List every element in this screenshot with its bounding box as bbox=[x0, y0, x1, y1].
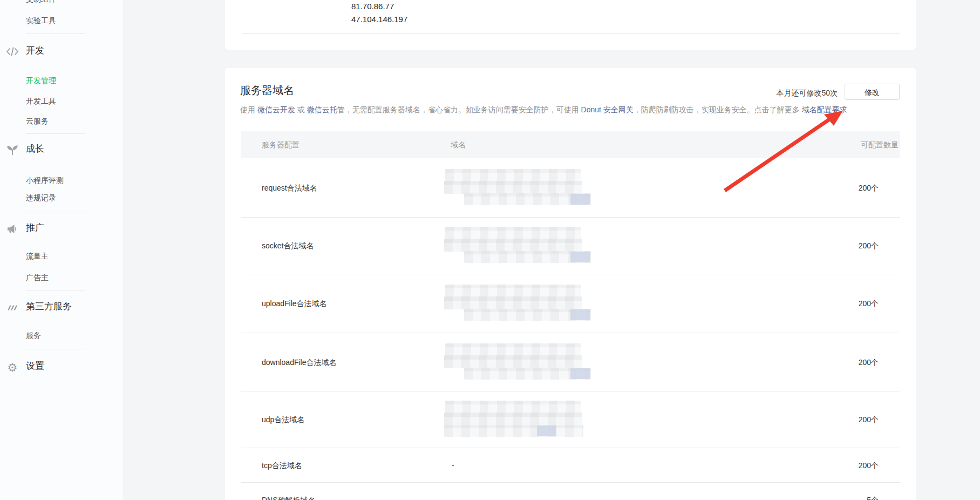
row-count-value: 200个 bbox=[859, 298, 879, 309]
sidebar-item-违规记录[interactable]: 违规记录 bbox=[26, 192, 56, 203]
table-row-DNS预解析域名: DNS预解析域名5个 bbox=[241, 483, 900, 500]
link-Donut 安全网关[interactable]: Donut 安全网关 bbox=[581, 105, 634, 114]
sidebar-divider bbox=[26, 33, 85, 34]
sidebar-divider bbox=[26, 133, 85, 134]
sidebar: 交易组件实验工具开发开发管理开发工具云服务成长小程序评测违规记录推广流量主广告主… bbox=[0, 0, 123, 500]
row-config-label: tcp合法域名 bbox=[262, 460, 302, 471]
description-text: 或 bbox=[295, 105, 307, 114]
row-count-value: 200个 bbox=[859, 183, 879, 193]
divider bbox=[242, 33, 900, 34]
description-text: 使用 bbox=[240, 105, 257, 114]
sidebar-section-成长[interactable]: 成长 bbox=[26, 143, 44, 156]
sidebar-section-设置[interactable]: 设置 bbox=[26, 360, 44, 373]
row-config-label: request合法域名 bbox=[262, 183, 317, 193]
table-row-downloadFile合法域名: downloadFile合法域名200个 bbox=[241, 333, 900, 391]
description-line: 使用 微信云开发 或 微信云托管，无需配置服务器域名，省心省力。如业务访问需要安… bbox=[240, 104, 847, 115]
modify-button[interactable]: 修改 bbox=[845, 84, 900, 100]
sidebar-divider bbox=[26, 212, 85, 212]
sidebar-divider bbox=[26, 349, 85, 349]
row-count-value: 5个 bbox=[867, 495, 879, 500]
sidebar-item-服务[interactable]: 服务 bbox=[26, 330, 41, 341]
ip-address: 81.70.86.77 bbox=[351, 0, 407, 13]
sidebar-item-交易组件[interactable]: 交易组件 bbox=[26, 0, 56, 4]
blurred-domain-list bbox=[444, 401, 591, 438]
row-count-value: 200个 bbox=[859, 240, 879, 251]
column-header-domain: 域名 bbox=[451, 131, 466, 158]
ip-list: 81.70.86.77 47.104.146.197 bbox=[351, 0, 407, 26]
sidebar-section-开发[interactable]: 开发 bbox=[26, 44, 44, 57]
quota-text: 本月还可修改50次 bbox=[776, 87, 838, 98]
sidebar-section-第三方服务[interactable]: 第三方服务 bbox=[26, 300, 72, 313]
row-config-label: udp合法域名 bbox=[262, 414, 304, 425]
description-text: ，防爬防刷防攻击，实现业务安全。点击了解更多 bbox=[634, 105, 802, 114]
row-count-value: 200个 bbox=[859, 460, 879, 471]
row-config-label: DNS预解析域名 bbox=[262, 495, 316, 500]
third-party-icon bbox=[6, 301, 19, 314]
sidebar-item-开发管理[interactable]: 开发管理 bbox=[26, 75, 56, 86]
row-config-label: downloadFile合法域名 bbox=[262, 357, 337, 368]
domain-empty-dash: - bbox=[452, 461, 454, 470]
table-body: request合法域名200个socket合法域名200个uploadFile合… bbox=[241, 158, 900, 500]
blurred-domain-list bbox=[444, 343, 591, 381]
link-微信云开发[interactable]: 微信云开发 bbox=[257, 105, 295, 114]
sidebar-item-实验工具[interactable]: 实验工具 bbox=[26, 15, 56, 26]
link-微信云托管[interactable]: 微信云托管 bbox=[307, 105, 345, 114]
sidebar-item-广告主[interactable]: 广告主 bbox=[26, 272, 49, 283]
ip-card: 81.70.86.77 47.104.146.197 bbox=[225, 0, 916, 50]
sidebar-item-开发工具[interactable]: 开发工具 bbox=[26, 96, 56, 106]
sidebar-item-小程序评测[interactable]: 小程序评测 bbox=[26, 175, 64, 186]
sidebar-section-推广[interactable]: 推广 bbox=[26, 221, 44, 234]
row-count-value: 200个 bbox=[859, 414, 879, 425]
table-row-udp合法域名: udp合法域名200个 bbox=[241, 391, 900, 448]
row-config-label: socket合法域名 bbox=[262, 240, 314, 251]
blurred-domain-list bbox=[444, 227, 591, 265]
link-域名配置要求[interactable]: 域名配置要求 bbox=[802, 105, 847, 114]
sidebar-item-云服务[interactable]: 云服务 bbox=[26, 116, 49, 126]
gear-icon: ⚙ bbox=[6, 361, 19, 374]
ip-address: 47.104.146.197 bbox=[351, 13, 407, 26]
description-text: ，无需配置服务器域名，省心省力。如业务访问需要安全防护，可使用 bbox=[345, 105, 581, 114]
sidebar-item-流量主[interactable]: 流量主 bbox=[26, 251, 49, 261]
sidebar-divider bbox=[26, 290, 85, 290]
blurred-domain-list bbox=[444, 285, 591, 322]
column-header-count: 可配置数量 bbox=[861, 131, 899, 158]
sprout-icon bbox=[6, 144, 19, 157]
row-count-value: 200个 bbox=[859, 357, 879, 368]
page-title: 服务器域名 bbox=[240, 83, 294, 98]
blurred-domain-list bbox=[444, 169, 591, 207]
table-row-request合法域名: request合法域名200个 bbox=[241, 158, 900, 218]
table-row-socket合法域名: socket合法域名200个 bbox=[241, 218, 900, 274]
column-header-config: 服务器配置 bbox=[262, 131, 300, 158]
table-header: 服务器配置 域名 可配置数量 bbox=[241, 131, 900, 158]
megaphone-icon bbox=[6, 222, 19, 235]
row-config-label: uploadFile合法域名 bbox=[262, 298, 327, 309]
code-icon bbox=[6, 45, 19, 58]
server-domain-card: 服务器域名 本月还可修改50次 修改 使用 微信云开发 或 微信云托管，无需配置… bbox=[225, 68, 916, 500]
table-row-tcp合法域名: tcp合法域名-200个 bbox=[241, 448, 900, 483]
table-row-uploadFile合法域名: uploadFile合法域名200个 bbox=[241, 274, 900, 333]
